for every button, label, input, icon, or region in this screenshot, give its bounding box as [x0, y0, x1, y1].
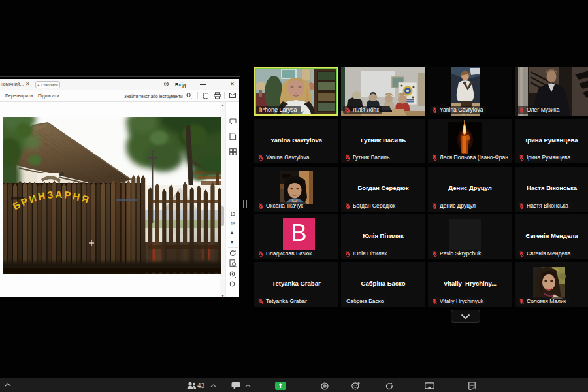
svg-text:B: B [291, 220, 306, 246]
